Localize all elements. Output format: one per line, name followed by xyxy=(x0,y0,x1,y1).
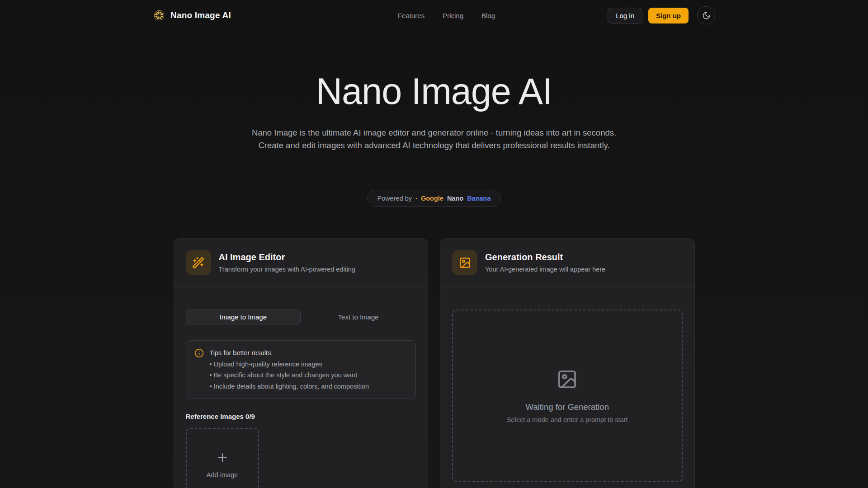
badge-prefix: Powered by xyxy=(377,195,412,202)
nav-link-pricing[interactable]: Pricing xyxy=(443,12,463,19)
signup-button[interactable]: Sign up xyxy=(648,8,689,23)
main-content: AI Image Editor Transform your images wi… xyxy=(174,238,695,488)
top-nav: Nano Image AI Features Pricing Blog Log … xyxy=(0,0,868,31)
hero-section: Nano Image AI Nano Image is the ultimate… xyxy=(0,71,868,207)
hero-subtitle-line-1: Nano Image is the ultimate AI image edit… xyxy=(0,127,868,139)
tips-item: • Include details about lighting, colors… xyxy=(210,381,369,392)
reference-images-label: Reference Images 0/9 xyxy=(186,413,416,420)
citrus-wheel-logo-icon xyxy=(153,9,165,22)
tab-text-to-image[interactable]: Text to Image xyxy=(301,310,416,324)
brand-home-link[interactable]: Nano Image AI xyxy=(153,9,231,22)
result-card-header: Generation Result Your AI-generated imag… xyxy=(440,239,694,286)
tips-item: • Upload high-quality reference images xyxy=(210,359,369,370)
page-title: Nano Image AI xyxy=(0,71,868,112)
badge-nano: Nano xyxy=(447,195,463,202)
add-image-label: Add image xyxy=(207,471,238,479)
powered-by-badge: Powered by • Google Nano Banana xyxy=(367,190,500,207)
hero-subtitle: Nano Image is the ultimate AI image edit… xyxy=(0,127,868,152)
image-placeholder-icon xyxy=(557,369,578,390)
placeholder-subtitle: Select a mode and enter a prompt to star… xyxy=(507,416,628,423)
tips-item: • Be specific about the style and change… xyxy=(210,370,369,381)
add-image-button[interactable]: Add image xyxy=(186,428,259,488)
mode-tabs: Image to Image Text to Image xyxy=(186,310,416,324)
tips-box: Tips for better results: • Upload high-q… xyxy=(186,340,416,399)
nav-link-blog[interactable]: Blog xyxy=(481,12,495,19)
plus-icon xyxy=(216,451,229,465)
nav-links: Features Pricing Blog xyxy=(398,12,495,19)
generation-placeholder: Waiting for Generation Select a mode and… xyxy=(452,310,683,482)
brand-name: Nano Image AI xyxy=(170,10,231,20)
editor-card-header: AI Image Editor Transform your images wi… xyxy=(174,239,428,286)
tips-title: Tips for better results: xyxy=(210,347,369,359)
placeholder-title: Waiting for Generation xyxy=(526,402,609,412)
badge-dot: • xyxy=(415,196,417,201)
result-card-title: Generation Result xyxy=(485,252,605,263)
result-card: Generation Result Your AI-generated imag… xyxy=(440,238,695,488)
editor-card-subtitle: Transform your images with AI-powered ed… xyxy=(219,266,355,273)
login-button[interactable]: Log in xyxy=(608,8,642,23)
badge-google: Google xyxy=(421,195,443,202)
editor-card-title: AI Image Editor xyxy=(219,252,355,263)
moon-icon xyxy=(702,11,711,20)
theme-toggle-button[interactable] xyxy=(697,6,715,24)
result-card-subtitle: Your AI-generated image will appear here xyxy=(485,266,605,273)
info-icon xyxy=(194,348,204,392)
nav-link-features[interactable]: Features xyxy=(398,12,425,19)
magic-wand-icon xyxy=(186,250,211,275)
image-icon xyxy=(452,250,477,275)
tab-image-to-image[interactable]: Image to Image xyxy=(186,310,301,324)
nav-actions: Log in Sign up xyxy=(608,6,715,24)
badge-banana: Banana xyxy=(467,195,491,202)
editor-card: AI Image Editor Transform your images wi… xyxy=(174,238,429,488)
hero-subtitle-line-2: Create and edit images with advanced AI … xyxy=(0,139,868,152)
